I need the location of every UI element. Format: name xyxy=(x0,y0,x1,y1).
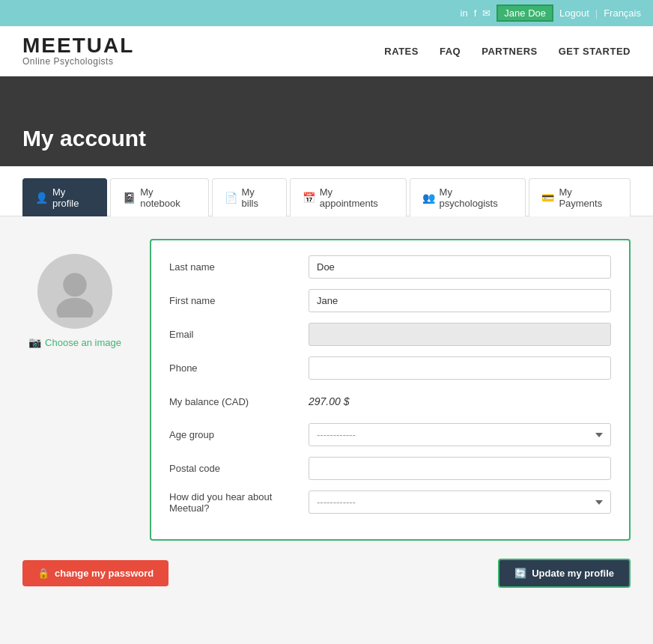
label-balance: My balance (CAD) xyxy=(169,396,297,407)
svg-point-1 xyxy=(57,298,94,318)
nav-faq[interactable]: FAQ xyxy=(440,46,461,57)
profile-tab-icon: 👤 xyxy=(35,192,48,204)
field-email: Email xyxy=(169,323,611,346)
field-age-group: Age group ------------ xyxy=(169,423,611,446)
main-header: MEETUAL Online Psychologists RATES FAQ P… xyxy=(0,26,653,76)
logout-link[interactable]: Logout xyxy=(559,7,589,19)
profile-section: 📷 Choose an image Last name First name E… xyxy=(22,239,631,541)
appointments-tab-icon: 📅 xyxy=(303,192,315,204)
language-toggle[interactable]: Français xyxy=(604,7,641,19)
change-password-button[interactable]: 🔒 change my password xyxy=(22,560,168,586)
field-hear-about: How did you hear about Meetual? --------… xyxy=(169,490,611,514)
avatar-svg xyxy=(49,265,101,318)
tab-my-profile-label: My profile xyxy=(52,186,94,209)
tab-my-payments-label: My Payments xyxy=(559,186,618,209)
avatar xyxy=(37,254,112,329)
hero-banner: My account xyxy=(0,76,653,166)
main-nav: RATES FAQ PARTNERS GET STARTED xyxy=(384,46,631,57)
avatar-area: 📷 Choose an image xyxy=(22,239,127,348)
tab-my-psychologists[interactable]: 👥 My psychologists xyxy=(410,178,526,216)
field-last-name: Last name xyxy=(169,255,611,279)
tab-my-notebook[interactable]: 📓 My notebook xyxy=(110,178,208,216)
balance-value: 297.00 $ xyxy=(309,390,611,413)
label-first-name: First name xyxy=(169,295,297,306)
page-title: My account xyxy=(22,126,146,151)
label-age-group: Age group xyxy=(169,429,297,440)
nav-partners[interactable]: PARTNERS xyxy=(482,46,538,57)
email-icon[interactable]: ✉ xyxy=(482,7,490,19)
camera-icon: 📷 xyxy=(28,336,41,348)
input-phone[interactable] xyxy=(309,356,611,380)
update-profile-label: Update my profile xyxy=(532,568,614,579)
select-age-group[interactable]: ------------ xyxy=(309,423,611,446)
nav-rates[interactable]: RATES xyxy=(384,46,419,57)
tab-my-appointments-label: My appointments xyxy=(320,186,394,209)
svg-point-0 xyxy=(63,273,87,297)
label-hear-about: How did you hear about Meetual? xyxy=(169,491,297,514)
main-content: 📷 Choose an image Last name First name E… xyxy=(0,216,653,610)
tab-my-profile[interactable]: 👤 My profile xyxy=(22,178,107,216)
select-hear-about[interactable]: ------------ xyxy=(309,490,611,514)
tab-my-bills-label: My bills xyxy=(242,186,274,209)
input-postal-code[interactable] xyxy=(309,457,611,480)
label-last-name: Last name xyxy=(169,261,297,273)
field-balance: My balance (CAD) 297.00 $ xyxy=(169,390,611,413)
choose-image-button[interactable]: 📷 Choose an image xyxy=(28,336,121,348)
update-profile-button[interactable]: 🔄 Update my profile xyxy=(498,559,631,588)
choose-image-label: Choose an image xyxy=(45,337,121,348)
psychologists-tab-icon: 👥 xyxy=(422,192,435,204)
input-first-name[interactable] xyxy=(309,289,611,312)
field-first-name: First name xyxy=(169,289,611,312)
notebook-tab-icon: 📓 xyxy=(123,192,136,204)
buttons-area: 🔒 change my password 🔄 Update my profile xyxy=(22,559,631,588)
logo-name: MEETUAL xyxy=(22,35,134,56)
change-password-label: change my password xyxy=(55,568,154,579)
tab-my-psychologists-label: My psychologists xyxy=(440,186,514,209)
profile-form-card: Last name First name Email Phone My bala… xyxy=(150,239,631,541)
logo-tagline: Online Psychologists xyxy=(22,56,134,67)
facebook-icon[interactable]: f xyxy=(474,7,477,19)
bills-tab-icon: 📄 xyxy=(225,192,237,204)
nav-get-started[interactable]: GET STARTED xyxy=(559,46,631,57)
linkedin-icon[interactable]: in xyxy=(461,7,468,19)
separator: | xyxy=(595,7,598,19)
label-postal-code: Postal code xyxy=(169,463,297,474)
refresh-icon: 🔄 xyxy=(514,568,526,579)
tab-my-appointments[interactable]: 📅 My appointments xyxy=(290,178,407,216)
logo-area: MEETUAL Online Psychologists xyxy=(22,35,134,67)
tab-my-payments[interactable]: 💳 My Payments xyxy=(529,178,631,216)
payments-tab-icon: 💳 xyxy=(541,192,554,204)
lock-icon: 🔒 xyxy=(37,568,49,579)
tab-my-bills[interactable]: 📄 My bills xyxy=(212,178,287,216)
tab-my-notebook-label: My notebook xyxy=(140,186,195,209)
field-postal-code: Postal code xyxy=(169,457,611,480)
label-email: Email xyxy=(169,329,297,340)
username-badge[interactable]: Jane Doe xyxy=(496,4,553,22)
top-bar: in f ✉ Jane Doe Logout | Français xyxy=(0,0,653,26)
label-phone: Phone xyxy=(169,362,297,374)
input-email xyxy=(309,323,611,346)
field-phone: Phone xyxy=(169,356,611,380)
input-last-name[interactable] xyxy=(309,255,611,279)
tabs-bar: 👤 My profile 📓 My notebook 📄 My bills 📅 … xyxy=(0,166,653,216)
